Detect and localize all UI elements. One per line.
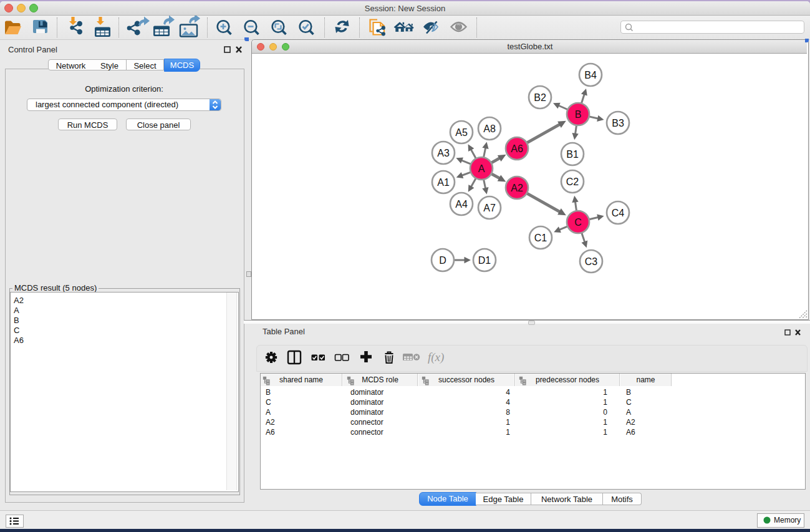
svg-text:A4: A4 [455,199,468,210]
svg-text:B1: B1 [566,149,579,160]
svg-text:A: A [478,163,485,174]
svg-text:B: B [575,109,582,120]
svg-text:B3: B3 [612,118,624,128]
svg-text:A3: A3 [437,148,450,158]
svg-text:f(x): f(x) [428,351,444,364]
svg-text:B4: B4 [584,70,597,80]
svg-text:B2: B2 [534,92,546,103]
svg-text:A2: A2 [511,183,523,193]
svg-text:A1: A1 [437,177,450,188]
svg-text:D1: D1 [478,255,491,266]
svg-text:A6: A6 [511,143,523,154]
svg-text:C4: C4 [612,208,625,218]
svg-text:A7: A7 [483,203,496,213]
svg-text:C: C [574,217,582,228]
svg-text:D: D [439,255,446,266]
svg-text:A8: A8 [483,123,496,134]
svg-text:C3: C3 [585,256,598,267]
svg-text:C2: C2 [566,177,579,187]
svg-text:C1: C1 [534,233,547,243]
svg-text:A5: A5 [455,127,468,138]
